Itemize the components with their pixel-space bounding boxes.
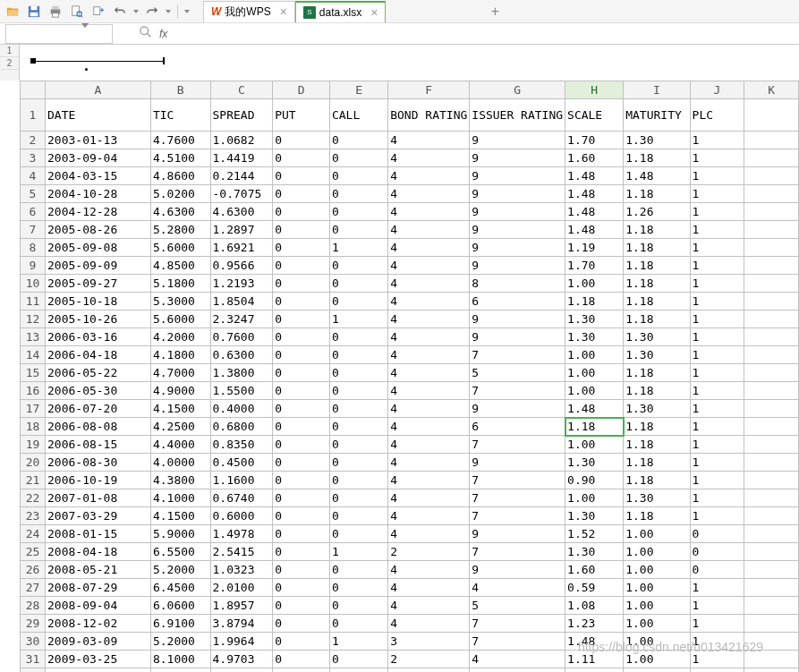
cell[interactable]: 2005-09-27	[46, 275, 151, 293]
cell[interactable]: 1	[690, 203, 744, 221]
cell[interactable]: 6	[470, 293, 565, 310]
cell[interactable]: 4	[388, 615, 470, 633]
cell[interactable]: 9	[470, 239, 565, 257]
cell[interactable]: 4	[388, 525, 470, 543]
cell[interactable]: 9	[470, 400, 565, 418]
row-header[interactable]: 32	[21, 668, 46, 673]
cell[interactable]: 0	[329, 489, 387, 507]
cell[interactable]: 2006-04-18	[46, 346, 151, 364]
col-header-K[interactable]: K	[744, 81, 799, 99]
cell[interactable]: 0	[329, 185, 387, 203]
cell[interactable]: 1	[690, 651, 744, 668]
cell[interactable]: 8.1000	[150, 651, 210, 668]
cell[interactable]: 2006-08-30	[46, 454, 151, 472]
cell[interactable]: 0	[273, 382, 330, 400]
cell[interactable]: 2005-10-26	[46, 310, 151, 328]
cell[interactable]: 1.0682	[210, 132, 273, 149]
cell[interactable]: 1.60	[565, 149, 624, 167]
cell[interactable]: 0.6300	[210, 346, 273, 364]
cell[interactable]	[744, 346, 799, 364]
cell[interactable]	[744, 185, 799, 203]
cell[interactable]: 0	[273, 132, 330, 149]
cell[interactable]: 5.2000	[150, 561, 210, 579]
cell[interactable]: 0	[273, 633, 330, 651]
cell[interactable]: 1.00	[624, 543, 690, 561]
cell[interactable]: 1.2193	[210, 275, 273, 293]
cell[interactable]: 0	[273, 257, 330, 275]
cell[interactable]: 5.1800	[150, 275, 210, 293]
cell[interactable]: 1.00	[624, 651, 690, 668]
cell[interactable]: 0	[273, 543, 330, 561]
cell[interactable]: 1	[690, 579, 744, 597]
cell[interactable]: SPREAD	[210, 99, 273, 132]
tab-home[interactable]: W 我的WPS ×	[203, 1, 295, 22]
redo-icon[interactable]	[143, 3, 161, 21]
cell[interactable]: 1.3800	[210, 364, 273, 382]
cell[interactable]: 1	[690, 328, 744, 346]
cell[interactable]: 4	[470, 651, 565, 668]
cell[interactable]: 2.0100	[210, 579, 273, 597]
cell[interactable]: 2007-03-29	[46, 507, 151, 525]
cell[interactable]: 4	[388, 310, 470, 328]
col-header-B[interactable]: B	[150, 81, 210, 99]
row-header[interactable]: 2	[21, 132, 46, 149]
cell[interactable]: 1.1600	[210, 472, 273, 489]
cell[interactable]: 0	[273, 436, 330, 454]
cell[interactable]: CALL	[329, 99, 387, 132]
cell[interactable]: 0	[273, 597, 330, 615]
cell[interactable]: 7	[470, 382, 565, 400]
cell[interactable]: 0.90	[565, 472, 624, 489]
cell[interactable]: 0	[329, 167, 387, 185]
cell[interactable]: 0.7600	[210, 328, 273, 346]
cell[interactable]: 4	[388, 668, 470, 673]
cell[interactable]: 0	[329, 597, 387, 615]
cell[interactable]: 0	[329, 561, 387, 579]
tab-data[interactable]: S data.xlsx ×	[295, 1, 387, 22]
row-header[interactable]: 24	[21, 525, 46, 543]
cell[interactable]: 1.19	[565, 239, 624, 257]
cell[interactable]: 6	[470, 418, 565, 436]
cell[interactable]: 4	[388, 293, 470, 310]
cell[interactable]: 1.9964	[210, 633, 273, 651]
row-header[interactable]: 5	[21, 185, 46, 203]
cell[interactable]: 4	[388, 489, 470, 507]
col-header-E[interactable]: E	[329, 81, 387, 99]
cell[interactable]: 0	[273, 489, 330, 507]
cell[interactable]: 5.3000	[150, 293, 210, 310]
cell[interactable]: 0	[273, 579, 330, 597]
cell[interactable]: 0	[690, 561, 744, 579]
cell[interactable]: 1.18	[624, 436, 690, 454]
row-header[interactable]: 11	[21, 293, 46, 310]
cell[interactable]: 0.9566	[210, 257, 273, 275]
cell[interactable]: 2003-09-04	[46, 149, 151, 167]
undo-dropdown[interactable]	[132, 3, 140, 21]
cell[interactable]: 4.7600	[150, 132, 210, 149]
cell[interactable]: 1.48	[565, 167, 624, 185]
cell[interactable]: 1.8957	[210, 597, 273, 615]
name-box-input[interactable]	[10, 28, 81, 40]
cell[interactable]: 0	[273, 525, 330, 543]
cell[interactable]: 2008-05-21	[46, 561, 151, 579]
cell[interactable]: 0	[329, 472, 387, 489]
cell[interactable]: 2005-09-08	[46, 239, 151, 257]
cell[interactable]: 0	[329, 418, 387, 436]
outline-collapse-line[interactable]	[30, 61, 165, 62]
cell[interactable]: 2009-04-20	[46, 668, 151, 673]
cell[interactable]: 0	[273, 454, 330, 472]
cell[interactable]: 3.8794	[210, 615, 273, 633]
cell[interactable]: 1.00	[565, 489, 624, 507]
cell[interactable]: 1	[690, 257, 744, 275]
cell[interactable]	[744, 543, 799, 561]
cell[interactable]: 1	[690, 454, 744, 472]
cell[interactable]	[744, 149, 799, 167]
cell[interactable]: 4	[388, 418, 470, 436]
open-icon[interactable]	[4, 3, 21, 21]
cell[interactable]: 0	[273, 668, 330, 673]
cell[interactable]: 5.9000	[150, 525, 210, 543]
cell[interactable]: 1.00	[565, 346, 624, 364]
cell[interactable]: 2009-03-25	[46, 651, 151, 668]
cell[interactable]: 9	[470, 221, 565, 239]
cell[interactable]: 1.08	[565, 597, 624, 615]
cell[interactable]: 4.5100	[150, 149, 210, 167]
cell[interactable]: 4.4000	[150, 436, 210, 454]
